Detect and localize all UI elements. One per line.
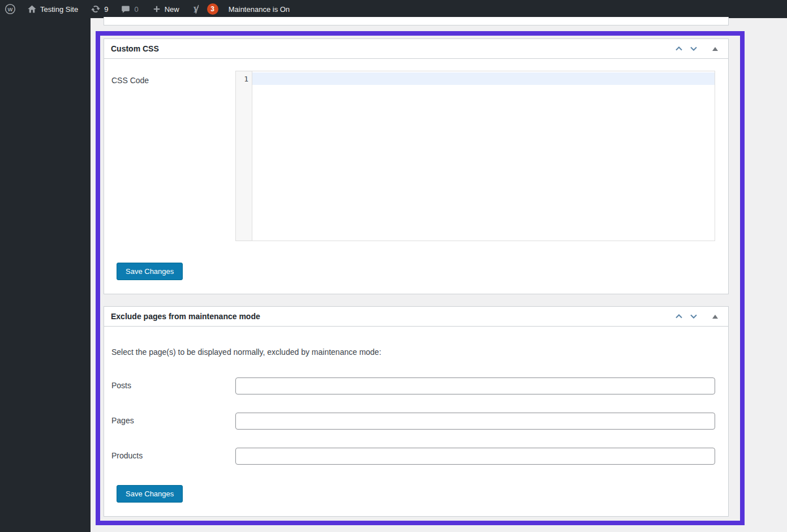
move-down-button[interactable]	[686, 309, 701, 324]
update-icon	[91, 4, 101, 14]
new-content-link[interactable]: New	[152, 0, 179, 18]
posts-label: Posts	[111, 380, 131, 391]
move-down-button[interactable]	[686, 41, 701, 56]
comments-count: 0	[134, 5, 138, 14]
custom-css-title: Custom CSS	[111, 39, 159, 58]
comments-icon	[121, 5, 131, 14]
collapse-triangle-icon	[712, 315, 718, 319]
editor-code-area[interactable]	[252, 71, 715, 241]
updates-count: 9	[104, 5, 108, 14]
wordpress-menu[interactable]: W	[5, 0, 16, 18]
plus-icon	[152, 5, 161, 14]
pages-input[interactable]	[235, 413, 715, 430]
save-changes-button-exclude[interactable]: Save Changes	[117, 485, 183, 503]
css-code-editor[interactable]: 1	[235, 71, 715, 241]
previous-metabox-bottom	[104, 17, 729, 25]
pages-label: Pages	[111, 415, 134, 426]
move-up-button[interactable]	[672, 309, 686, 324]
seo-notification-badge: 3	[207, 3, 218, 15]
content-area: Custom CSS CSS Code 1	[91, 18, 787, 532]
save-changes-button-css[interactable]: Save Changes	[117, 263, 183, 280]
toggle-panel-button[interactable]	[708, 309, 723, 324]
exclude-pages-metabox-header[interactable]: Exclude pages from maintenance mode	[104, 307, 728, 327]
new-label: New	[165, 5, 179, 14]
exclude-pages-metabox: Exclude pages from maintenance mode Sele…	[104, 306, 729, 517]
yoast-seo-menu[interactable]: Y 3	[191, 0, 218, 18]
custom-css-metabox-header[interactable]: Custom CSS	[104, 39, 728, 59]
posts-input[interactable]	[235, 377, 715, 394]
editor-line-number-gutter: 1	[236, 71, 252, 241]
yoast-seo-icon: Y	[191, 4, 201, 15]
wordpress-logo-icon: W	[5, 3, 16, 15]
toggle-panel-button[interactable]	[708, 41, 723, 56]
maintenance-status: Maintenance is On	[229, 5, 290, 14]
collapse-triangle-icon	[712, 47, 718, 51]
updates-link[interactable]: 9	[91, 0, 108, 18]
line-number: 1	[244, 75, 248, 83]
wordpress-admin-page: W Testing Site 9	[0, 0, 787, 532]
custom-css-metabox: Custom CSS CSS Code 1	[104, 38, 729, 294]
home-icon	[27, 5, 37, 14]
site-link[interactable]: Testing Site	[27, 0, 78, 18]
metabox-handle-actions	[672, 307, 723, 326]
exclude-description: Select the page(s) to be displayed norma…	[111, 347, 381, 357]
metabox-handle-actions	[672, 39, 723, 58]
exclude-pages-title: Exclude pages from maintenance mode	[111, 307, 260, 326]
admin-sidebar	[0, 18, 91, 532]
css-code-label: CSS Code	[111, 75, 149, 85]
site-name: Testing Site	[40, 5, 78, 14]
editor-active-line[interactable]	[252, 72, 715, 85]
comments-link[interactable]: 0	[121, 0, 138, 18]
admin-bar: W Testing Site 9	[0, 0, 787, 18]
products-input[interactable]	[235, 448, 715, 465]
svg-text:W: W	[8, 6, 13, 12]
maintenance-status-link[interactable]: Maintenance is On	[229, 0, 290, 18]
move-up-button[interactable]	[672, 41, 686, 56]
products-label: Products	[111, 451, 143, 461]
